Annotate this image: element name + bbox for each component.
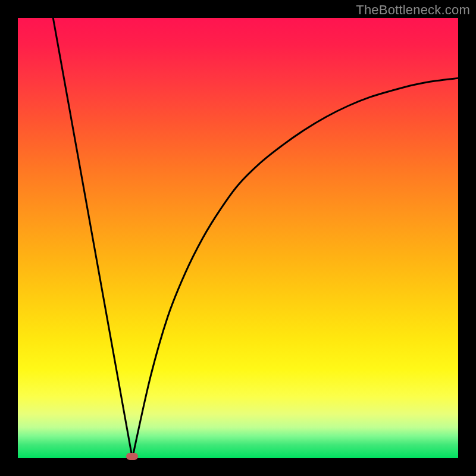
curve-left-branch: [53, 18, 132, 458]
curve-right-branch: [132, 78, 458, 458]
watermark-text: TheBottleneck.com: [356, 2, 470, 18]
plot-area: [18, 18, 458, 458]
chart-stage: TheBottleneck.com: [0, 0, 476, 476]
minimum-marker: [126, 453, 138, 460]
curve-layer: [18, 18, 458, 458]
